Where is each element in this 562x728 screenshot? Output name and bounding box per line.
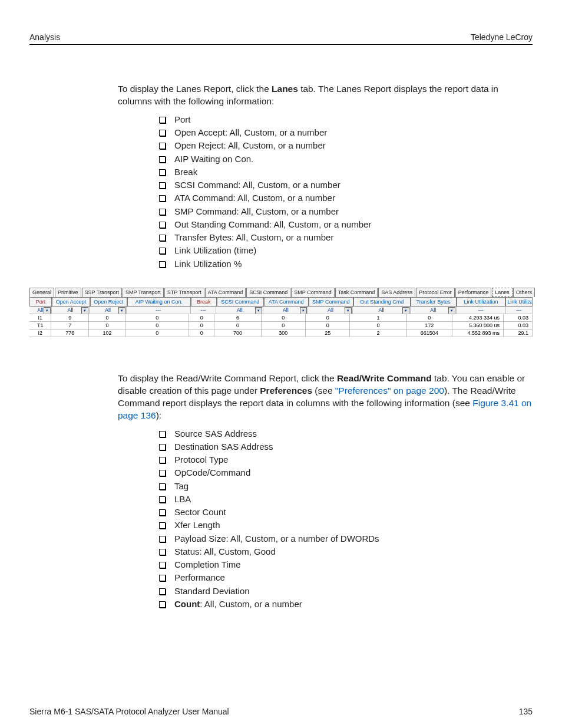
col-smp-command[interactable]: SMP Command	[309, 297, 353, 307]
rw-fields-list: Source SAS Address Destination SAS Addre…	[118, 428, 533, 611]
tab-lanes[interactable]: Lanes	[492, 288, 513, 297]
filter-break: ---	[191, 307, 216, 314]
cell: 0	[350, 322, 406, 330]
list-item: LBA	[159, 493, 533, 505]
list-item: Source SAS Address	[159, 428, 533, 440]
dropdown-icon[interactable]: ▾	[402, 307, 409, 314]
filter-text: All	[105, 307, 111, 313]
dropdown-icon[interactable]: ▾	[255, 307, 262, 314]
table-row: T1 7 0 0 0 0 0 0 0 172 5.360 000 us 0.03	[29, 322, 533, 330]
tab-task-command[interactable]: Task Command	[335, 288, 378, 297]
header-left: Analysis	[29, 32, 60, 42]
cell: 0	[306, 314, 350, 322]
dropdown-icon[interactable]: ▾	[44, 307, 51, 314]
lanes-fields-list: Port Open Accept: All, Custom, or a numb…	[118, 114, 533, 270]
cell: T1	[29, 322, 51, 330]
list-item: Out Standing Command: All, Custom, or a …	[159, 219, 533, 230]
col-link-util-pct[interactable]: Link Utiliza	[505, 297, 533, 307]
table-row: I2 776 102 0 0 700 300 25 2 661504 4.552…	[29, 330, 533, 337]
document-page: Analysis Teledyne LeCroy To display the …	[0, 0, 562, 728]
list-item: Tag	[159, 480, 533, 492]
tab-performance[interactable]: Performance	[455, 288, 492, 297]
tab-general[interactable]: General	[29, 288, 54, 297]
col-open-accept[interactable]: Open Accept	[52, 297, 90, 307]
tab-primitive[interactable]: Primitive	[55, 288, 81, 297]
cell: 2	[350, 330, 406, 337]
cell: 776	[51, 330, 89, 337]
list-item: SMP Command: All, Custom, or a number	[159, 206, 533, 218]
cell: 25	[306, 330, 350, 337]
link-preferences[interactable]: "Preferences" on page 200	[335, 386, 444, 396]
list-item: Payload Size: All, Custom, or a number o…	[159, 533, 533, 545]
tab-ssp-transport[interactable]: SSP Transport	[82, 288, 122, 297]
tab-smp-transport[interactable]: SMP Transport	[123, 288, 164, 297]
intro-text: To display the Lanes Report, click the	[118, 84, 272, 94]
cell: 300	[262, 330, 306, 337]
filter-text: All	[283, 307, 289, 313]
list-item: Count: All, Custom, or a number	[159, 598, 533, 610]
filter-link-util-pct: ---	[506, 307, 533, 314]
list-item: Destination SAS Address	[159, 441, 533, 453]
list-item: Open Accept: All, Custom, or a number	[159, 127, 533, 139]
list-item: Status: All, Custom, Good	[159, 546, 533, 558]
cell: I1	[29, 314, 51, 322]
col-scsi-command[interactable]: SCSI Command	[217, 297, 264, 307]
filter-text: All	[67, 307, 73, 313]
text: ):	[156, 410, 161, 420]
col-port[interactable]: Port	[29, 297, 52, 307]
rw-paragraph: To display the Read/Write Command Report…	[118, 373, 533, 422]
filter-smp[interactable]: All▾	[308, 307, 353, 314]
dropdown-icon[interactable]: ▾	[118, 307, 125, 314]
dropdown-icon[interactable]: ▾	[448, 307, 455, 314]
dropdown-icon[interactable]: ▾	[300, 307, 307, 314]
tab-smp-command[interactable]: SMP Command	[291, 288, 334, 297]
col-ata-command[interactable]: ATA Command	[264, 297, 309, 307]
list-item: Standard Deviation	[159, 585, 533, 597]
tab-ata-command[interactable]: ATA Command	[205, 288, 246, 297]
col-transfer-bytes[interactable]: Transfer Bytes	[411, 297, 457, 307]
filter-transfer[interactable]: All▾	[411, 307, 457, 314]
cell: 0	[189, 314, 214, 322]
list-item: ATA Command: All, Custom, or a number	[159, 192, 533, 204]
tab-scsi-command[interactable]: SCSI Command	[246, 288, 290, 297]
filter-open-accept[interactable]: All▾	[52, 307, 90, 314]
filter-text: All	[328, 307, 333, 313]
cell: 0	[262, 314, 306, 322]
filter-open-reject[interactable]: All▾	[90, 307, 127, 314]
cell: 700	[214, 330, 261, 337]
dropdown-icon[interactable]: ▾	[81, 307, 88, 314]
filter-text: All	[379, 307, 385, 313]
tab-sas-address[interactable]: SAS Address	[378, 288, 415, 297]
filter-outstanding[interactable]: All▾	[353, 307, 410, 314]
cell: 661504	[407, 330, 452, 337]
tab-others[interactable]: Others	[513, 288, 535, 297]
col-link-util[interactable]: Link Utilization	[457, 297, 506, 307]
col-aip-waiting[interactable]: AIP Waiting on Con.	[127, 297, 191, 307]
cell: 0	[262, 322, 306, 330]
tab-stp-transport[interactable]: STP Transport	[164, 288, 204, 297]
filter-port[interactable]: All▾	[29, 307, 52, 314]
tab-protocol-error[interactable]: Protocol Error	[416, 288, 455, 297]
main-content: To display the Lanes Report, click the L…	[118, 83, 533, 270]
filter-aip: ---	[127, 307, 191, 314]
cell: 102	[89, 330, 125, 337]
col-break[interactable]: Break	[191, 297, 217, 307]
intro-bold: Lanes	[272, 84, 298, 94]
cell: 0	[189, 322, 214, 330]
cell: 1	[350, 314, 406, 322]
col-open-reject[interactable]: Open Reject	[90, 297, 127, 307]
list-item: Protocol Type	[159, 454, 533, 466]
lanes-report-screenshot: General Primitive SSP Transport SMP Tran…	[29, 288, 533, 337]
table-row: I1 9 0 0 0 6 0 0 1 0 4.293 334 us 0.03	[29, 314, 533, 322]
cell: 6	[214, 314, 261, 322]
dropdown-icon[interactable]: ▾	[345, 307, 352, 314]
cell: 0	[407, 314, 452, 322]
footer-title: Sierra M6-1 SAS/SATA Protocol Analyzer U…	[29, 707, 229, 716]
filter-ata[interactable]: All▾	[263, 307, 308, 314]
filter-text: All	[237, 307, 243, 313]
col-outstanding[interactable]: Out Standing Cmd	[353, 297, 411, 307]
filter-scsi[interactable]: All▾	[216, 307, 263, 314]
list-item: Completion Time	[159, 559, 533, 571]
list-item: AIP Waiting on Con.	[159, 153, 533, 165]
text: (see	[312, 386, 335, 396]
